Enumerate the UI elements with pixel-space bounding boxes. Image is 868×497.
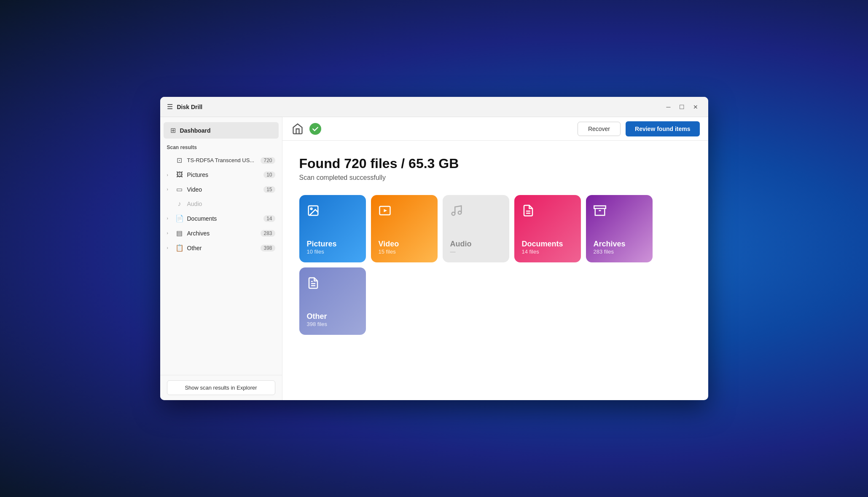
device-count: 720: [261, 157, 275, 164]
minimize-button[interactable]: ─: [663, 101, 675, 113]
documents-label: Documents: [187, 215, 261, 222]
pictures-card-count: 10 files: [307, 248, 358, 255]
app-title: Disk Drill: [177, 104, 203, 110]
video-card-icon: [379, 204, 430, 219]
video-label: Video: [187, 186, 261, 193]
documents-icon: 📄: [175, 214, 184, 222]
title-bar: ☰ Disk Drill ─ ☐ ✕: [160, 97, 708, 117]
archives-card-count: 283 files: [594, 248, 645, 255]
sidebar-footer: Show scan results in Explorer: [160, 375, 282, 400]
sidebar-item-pictures[interactable]: › 🖼 Pictures 10: [160, 168, 282, 182]
hamburger-icon[interactable]: ☰: [167, 103, 173, 111]
nav-icons: [291, 122, 321, 136]
pictures-card-name: Pictures: [307, 240, 358, 248]
chevron-right-icon: ›: [167, 216, 172, 221]
svg-rect-9: [594, 206, 606, 208]
other-count: 398: [261, 245, 275, 251]
sidebar-item-dashboard[interactable]: ⊞ Dashboard: [164, 122, 279, 139]
archives-label: Archives: [187, 230, 258, 237]
sidebar-item-device[interactable]: ⊡ TS-RDF5A Transcend US... 720: [160, 153, 282, 168]
svg-point-5: [451, 212, 455, 216]
pictures-label: Pictures: [187, 171, 261, 178]
other-icon: 📋: [175, 244, 184, 252]
sidebar-nav: ⊞ Dashboard Scan results ⊡ TS-RDF5A Tran…: [160, 117, 282, 375]
title-bar-left: ☰ Disk Drill: [167, 103, 663, 111]
maximize-button[interactable]: ☐: [676, 101, 688, 113]
audio-card-name: Audio: [450, 240, 502, 248]
status-check-icon: [309, 123, 321, 135]
show-explorer-button[interactable]: Show scan results in Explorer: [167, 380, 275, 395]
close-button[interactable]: ✕: [690, 101, 701, 113]
drive-icon: ⊡: [175, 156, 184, 164]
device-label: TS-RDF5A Transcend US...: [187, 157, 258, 163]
documents-card-name: Documents: [522, 240, 573, 248]
audio-card-info: Audio —: [450, 236, 502, 255]
svg-point-6: [458, 211, 461, 214]
archives-card-name: Archives: [594, 240, 645, 248]
scan-results-heading: Scan results: [160, 140, 282, 153]
archives-card-info: Archives 283 files: [594, 236, 645, 255]
pictures-card-icon: [307, 204, 358, 219]
card-audio: Audio —: [443, 195, 509, 262]
other-card-icon: [307, 277, 358, 291]
sidebar-item-archives[interactable]: › ▤ Archives 283: [160, 226, 282, 240]
chevron-right-icon: ›: [167, 173, 172, 177]
archives-card-icon: [594, 204, 645, 219]
main-layout: ⊞ Dashboard Scan results ⊡ TS-RDF5A Tran…: [160, 117, 708, 400]
card-documents[interactable]: Documents 14 files: [514, 195, 581, 262]
app-window: ☰ Disk Drill ─ ☐ ✕ ⊞ Dashboard Scan resu…: [160, 97, 708, 400]
sidebar-item-documents[interactable]: › 📄 Documents 14: [160, 211, 282, 226]
other-card-count: 398 files: [307, 321, 358, 327]
svg-point-2: [310, 208, 312, 210]
video-count: 15: [263, 186, 275, 193]
svg-marker-4: [384, 209, 387, 212]
pictures-count: 10: [263, 171, 275, 178]
video-card-info: Video 15 files: [379, 236, 430, 255]
cards-grid: Pictures 10 files Vide: [299, 195, 691, 335]
chevron-right-icon: ›: [167, 246, 172, 250]
found-title: Found 720 files / 65.3 GB: [299, 156, 691, 171]
sidebar-item-other[interactable]: › 📋 Other 398: [160, 240, 282, 255]
audio-icon: ♪: [175, 200, 184, 208]
chevron-right-icon: ›: [167, 187, 172, 192]
sidebar: ⊞ Dashboard Scan results ⊡ TS-RDF5A Tran…: [160, 117, 282, 400]
main-content: Found 720 files / 65.3 GB Scan completed…: [282, 141, 708, 400]
video-icon: ▭: [175, 185, 184, 193]
dashboard-label: Dashboard: [180, 127, 211, 134]
documents-card-count: 14 files: [522, 248, 573, 255]
title-bar-controls: ─ ☐ ✕: [663, 101, 701, 113]
top-bar: Recover Review found items: [282, 117, 708, 141]
review-found-items-button[interactable]: Review found items: [626, 121, 699, 136]
card-pictures[interactable]: Pictures 10 files: [299, 195, 366, 262]
other-card-info: Other 398 files: [307, 309, 358, 327]
audio-label: Audio: [187, 200, 275, 207]
card-video[interactable]: Video 15 files: [371, 195, 438, 262]
svg-point-0: [309, 123, 321, 135]
documents-card-info: Documents 14 files: [522, 236, 573, 255]
home-button[interactable]: [291, 122, 304, 136]
documents-card-icon: [522, 204, 573, 219]
pictures-icon: 🖼: [175, 171, 184, 179]
archives-count: 283: [261, 230, 275, 237]
pictures-card-info: Pictures 10 files: [307, 236, 358, 255]
grid-icon: ⊞: [170, 126, 176, 134]
found-subtitle: Scan completed successfully: [299, 174, 691, 182]
recover-button[interactable]: Recover: [578, 122, 621, 136]
other-card-name: Other: [307, 312, 358, 321]
content-area: Recover Review found items Found 720 fil…: [282, 117, 708, 400]
documents-count: 14: [263, 215, 275, 222]
sidebar-item-audio[interactable]: ♪ Audio: [160, 197, 282, 211]
archives-icon: ▤: [175, 229, 184, 237]
sidebar-item-video[interactable]: › ▭ Video 15: [160, 182, 282, 197]
other-label: Other: [187, 245, 258, 251]
card-archives[interactable]: Archives 283 files: [586, 195, 653, 262]
video-card-name: Video: [379, 240, 430, 248]
card-other[interactable]: Other 398 files: [299, 267, 366, 335]
video-card-count: 15 files: [379, 248, 430, 255]
audio-card-count: —: [450, 248, 502, 255]
chevron-right-icon: ›: [167, 231, 172, 235]
audio-card-icon: [450, 204, 502, 219]
